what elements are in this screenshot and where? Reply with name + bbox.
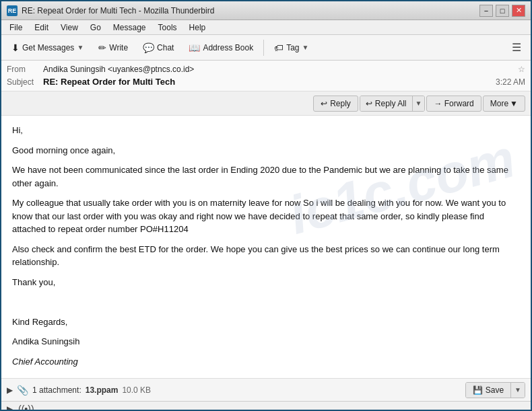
from-row: From Andika Suningsih <uyankes@ptncs.co.…: [7, 63, 525, 75]
write-button[interactable]: ✏ Write: [92, 39, 134, 57]
attachment-bar: ▶ 📎 1 attachment: 13.ppam 10.0 KB 💾 Save…: [1, 378, 531, 401]
reply-all-dropdown[interactable]: ▼: [413, 96, 425, 111]
forward-label: → Forward: [434, 99, 473, 108]
tag-dropdown-icon[interactable]: ▼: [302, 44, 309, 51]
menu-file[interactable]: File: [4, 22, 28, 34]
write-icon: ✏: [98, 42, 106, 53]
toolbar-separator: [263, 40, 264, 56]
menu-message[interactable]: Message: [108, 22, 152, 34]
save-label: Save: [486, 385, 504, 395]
body-line-9: Chief Accounting: [12, 355, 520, 369]
action-bar: ↩ Reply ↩ Reply All ▼ → Forward More ▼: [1, 91, 531, 116]
toolbar: ⬇ Get Messages ▼ ✏ Write 💬 Chat 📖 Addres…: [1, 35, 531, 61]
status-expand-icon[interactable]: ▶: [7, 404, 13, 412]
body-line-8: Andika Suningsih: [12, 335, 520, 348]
from-value: Andika Suningsih <uyankes@ptncs.co.id>: [43, 65, 512, 74]
tag-label: Tag: [286, 43, 299, 52]
get-messages-icon: ⬇: [11, 42, 20, 53]
title-bar: RE RE: Repeat Order for Multi Tech - Moz…: [1, 1, 531, 20]
chat-button[interactable]: 💬 Chat: [137, 39, 180, 57]
email-time: 3:22 AM: [496, 77, 525, 87]
more-arrow-icon: ▼: [510, 99, 518, 108]
menu-help[interactable]: Help: [184, 22, 211, 34]
body-line-1: Good morning once again,: [12, 144, 520, 157]
body-line-3: My colleague that usually take order wit…: [12, 196, 520, 236]
star-icon[interactable]: ☆: [518, 65, 525, 74]
reply-all-split-button: ↩ Reply All ▼: [360, 96, 426, 112]
body-line-10: PT. MultiTechJl. R.A Kartini No. 77 - Ci…: [12, 375, 520, 378]
save-button-group: 💾 Save ▼: [465, 382, 525, 398]
app-icon: RE: [7, 5, 18, 16]
subject-label: Subject: [7, 77, 40, 87]
body-line-5: Thank you,: [12, 276, 520, 289]
body-line-2: We have not been communicated since the …: [12, 163, 520, 190]
email-content: Hi, Good morning once again, We have not…: [12, 124, 520, 378]
attachment-expand-arrow[interactable]: ▶: [7, 385, 13, 395]
window-controls: − □ ✕: [479, 5, 525, 17]
reply-all-label: Reply All: [375, 99, 407, 108]
body-line-7: Kind Regards,: [12, 315, 520, 329]
more-label: More: [490, 99, 508, 108]
maximize-button[interactable]: □: [496, 5, 509, 17]
save-icon: 💾: [473, 385, 483, 395]
tag-button[interactable]: 🏷 Tag ▼: [268, 39, 314, 57]
chat-icon: 💬: [143, 42, 154, 53]
email-header: From Andika Suningsih <uyankes@ptncs.co.…: [1, 61, 531, 91]
attachment-info: ▶ 📎 1 attachment: 13.ppam 10.0 KB: [7, 385, 151, 396]
attachment-size: 10.0 KB: [122, 385, 151, 395]
close-button[interactable]: ✕: [512, 5, 525, 17]
attachment-count: 1 attachment:: [32, 385, 81, 395]
email-body: ic1c.com Hi, Good morning once again, We…: [1, 116, 531, 378]
reply-all-icon: ↩: [366, 99, 372, 108]
menu-edit[interactable]: Edit: [29, 22, 54, 34]
body-line-6: [12, 295, 520, 309]
menu-view[interactable]: View: [55, 22, 84, 34]
status-bar: ▶ ((•)): [1, 401, 531, 411]
chat-label: Chat: [157, 43, 174, 52]
reply-label: Reply: [330, 99, 351, 108]
attachment-icon: 📎: [17, 385, 28, 396]
save-button[interactable]: 💾 Save: [466, 383, 511, 398]
from-label: From: [7, 65, 40, 74]
window-title: RE: Repeat Order for Multi Tech - Mozill…: [22, 6, 214, 15]
menu-go[interactable]: Go: [85, 22, 106, 34]
menu-bar: File Edit View Go Message Tools Help: [1, 20, 531, 35]
forward-button[interactable]: → Forward: [426, 96, 481, 112]
save-dropdown[interactable]: ▼: [511, 383, 525, 398]
menu-tools[interactable]: Tools: [153, 22, 182, 34]
hamburger-button[interactable]: ☰: [506, 38, 527, 57]
reply-all-button[interactable]: ↩ Reply All: [360, 96, 413, 111]
address-book-label: Address Book: [203, 43, 253, 52]
attachment-filename: 13.ppam: [86, 385, 119, 395]
address-book-icon: 📖: [189, 42, 200, 53]
write-label: Write: [109, 43, 128, 52]
body-line-0: Hi,: [12, 124, 520, 137]
subject-row: Subject RE: Repeat Order for Multi Tech …: [7, 75, 525, 88]
get-messages-label: Get Messages: [22, 43, 74, 52]
wifi-icon: ((•)): [18, 404, 34, 412]
subject-value: RE: Repeat Order for Multi Tech: [43, 77, 175, 87]
reply-icon: ↩: [321, 99, 327, 108]
address-book-button[interactable]: 📖 Address Book: [182, 39, 259, 57]
get-messages-dropdown-icon[interactable]: ▼: [77, 44, 84, 51]
tag-icon: 🏷: [274, 42, 284, 53]
minimize-button[interactable]: −: [479, 5, 493, 17]
reply-button[interactable]: ↩ Reply: [313, 96, 358, 112]
body-line-4: Also check and confirm the best ETD for …: [12, 243, 520, 269]
get-messages-button[interactable]: ⬇ Get Messages ▼: [5, 39, 90, 57]
more-button[interactable]: More ▼: [483, 96, 525, 112]
